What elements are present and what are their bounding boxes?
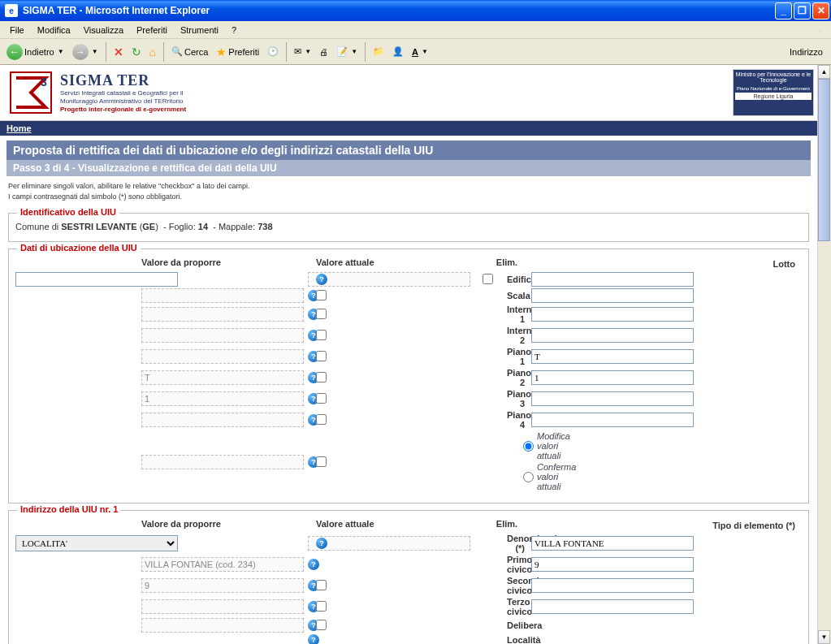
help-icon[interactable]: ? — [316, 538, 327, 549]
row-label: Interno 1 — [507, 305, 531, 324]
window-title: SIGMA TER - Microsoft Internet Explorer — [21, 5, 775, 16]
propose-input[interactable] — [531, 272, 694, 287]
folder-button[interactable]: 📁 — [370, 45, 387, 58]
radio-confirm[interactable]: Conferma valori attuali — [523, 462, 531, 491]
row-label: Tipo di elemento (*) — [531, 521, 802, 530]
radio-options-ubic: Modifica valori attuali Conferma valori … — [507, 431, 531, 493]
star-icon: ★ — [216, 45, 227, 58]
help-icon[interactable]: ? — [316, 274, 327, 285]
elim-checkbox[interactable] — [316, 601, 327, 612]
col-header-current: Valore attuale — [316, 519, 483, 532]
menu-preferiti[interactable]: Preferiti — [130, 24, 174, 37]
propose-input[interactable] — [531, 413, 694, 427]
back-button[interactable]: ← Indietro ▼ — [3, 42, 67, 62]
refresh-icon: ↻ — [132, 45, 141, 58]
scroll-down-button[interactable]: ▼ — [818, 630, 830, 644]
propose-input[interactable] — [531, 578, 694, 593]
scroll-up-button[interactable]: ▲ — [818, 65, 830, 79]
logo-title: SIGMA TER — [60, 72, 186, 89]
navbar: Home — [0, 121, 817, 136]
elim-checkbox[interactable] — [316, 372, 327, 383]
chevron-down-icon: ▼ — [58, 48, 64, 55]
search-button[interactable]: 🔍 Cerca — [168, 45, 211, 58]
close-button[interactable]: ✕ — [812, 2, 829, 19]
scroll-thumb[interactable] — [818, 79, 830, 241]
favorites-button[interactable]: ★ Preferiti — [213, 44, 262, 60]
mail-button[interactable]: ✉▼ — [291, 45, 314, 58]
current-value — [141, 391, 304, 406]
propose-input[interactable] — [531, 307, 694, 322]
font-button[interactable]: A▼ — [409, 45, 431, 58]
row-label: Scala — [507, 291, 531, 300]
home-button[interactable]: ⌂ — [146, 44, 159, 60]
history-icon: 🕑 — [267, 46, 279, 57]
elim-checkbox[interactable] — [316, 351, 327, 361]
current-value — [141, 349, 304, 364]
print-button[interactable]: 🖨 — [316, 45, 331, 58]
row-label: Interno 2 — [507, 326, 531, 345]
sigma-logo-icon: 3 — [6, 68, 55, 117]
mail-icon: ✉ — [294, 46, 301, 57]
col-header-current: Valore attuale — [316, 257, 483, 270]
menu-strumenti[interactable]: Strumenti — [174, 24, 225, 37]
page-subtitle: Passo 3 di 4 - Visualizzazione e rettifi… — [6, 160, 811, 176]
messenger-button[interactable]: 👤 — [389, 45, 407, 58]
row-label: Terzo civico — [507, 597, 531, 616]
help-text: Per eliminare singoli valori, abilitare … — [6, 176, 811, 206]
maximize-button[interactable]: ❐ — [794, 2, 811, 19]
menu-modifica[interactable]: Modifica — [31, 24, 77, 37]
address-label: Indirizzo — [790, 47, 828, 57]
fieldset-legend: Indirizzo della UIU nr. 1 — [17, 504, 121, 514]
svg-point-0 — [820, 31, 821, 32]
stop-icon: ✕ — [114, 45, 123, 58]
propose-input[interactable] — [531, 536, 694, 551]
elim-checkbox[interactable] — [483, 274, 493, 284]
fieldset-identificativo: Identificativo della UIU Comune di SESTR… — [8, 213, 809, 242]
propose-input[interactable] — [531, 349, 694, 364]
forward-button[interactable]: → ▼ — [69, 42, 102, 62]
history-button[interactable]: 🕑 — [264, 45, 282, 58]
government-badge: Ministro per l'Innovazione e le Tecnolog… — [733, 69, 814, 116]
propose-input[interactable] — [531, 391, 694, 406]
propose-input[interactable] — [15, 272, 178, 287]
row-label: Primo civico — [507, 555, 531, 574]
menu-file[interactable]: File — [3, 24, 31, 37]
current-value — [141, 599, 304, 614]
elim-checkbox[interactable] — [316, 456, 327, 467]
help-icon[interactable]: ? — [308, 634, 319, 644]
current-value — [141, 557, 304, 572]
vertical-scrollbar[interactable]: ▲ ▼ — [817, 65, 831, 644]
elim-checkbox[interactable] — [316, 414, 327, 425]
elim-checkbox[interactable] — [316, 620, 327, 630]
elim-checkbox[interactable] — [316, 393, 327, 404]
menu-help[interactable]: ? — [225, 24, 243, 37]
elim-checkbox[interactable] — [316, 290, 327, 300]
propose-input[interactable] — [531, 599, 694, 614]
propose-input[interactable] — [531, 288, 694, 303]
col-header-elim: Elim. — [483, 257, 531, 270]
elim-checkbox[interactable] — [316, 330, 327, 340]
propose-input[interactable] — [531, 557, 694, 572]
help-icon[interactable]: ? — [308, 559, 319, 570]
minimize-button[interactable]: _ — [775, 2, 792, 19]
window-titlebar: e SIGMA TER - Microsoft Internet Explore… — [0, 0, 831, 21]
row-label: Lotto — [531, 259, 802, 269]
messenger-icon: 👤 — [392, 46, 404, 57]
home-link[interactable]: Home — [6, 123, 32, 133]
search-icon: 🔍 — [171, 46, 183, 57]
page-title: Proposta di rettifica dei dati di ubicaz… — [6, 140, 811, 160]
elim-checkbox[interactable] — [316, 580, 327, 590]
stop-button[interactable]: ✕ — [110, 44, 127, 60]
row-label: Piano 3 — [507, 389, 531, 408]
edit-button[interactable]: 📝▼ — [333, 45, 361, 58]
radio-modify[interactable]: Modifica valori attuali — [523, 431, 531, 460]
menu-visualizza[interactable]: Visualizza — [77, 24, 130, 37]
current-value — [141, 370, 304, 385]
propose-input[interactable] — [531, 328, 694, 343]
refresh-button[interactable]: ↻ — [128, 44, 145, 60]
elim-checkbox[interactable] — [316, 309, 327, 319]
fieldset-legend: Dati di ubicazione della UIU — [17, 243, 141, 253]
propose-input[interactable] — [531, 370, 694, 385]
tipo-elemento-select[interactable]: LOCALITA' — [15, 535, 178, 551]
font-icon: A — [412, 47, 418, 57]
